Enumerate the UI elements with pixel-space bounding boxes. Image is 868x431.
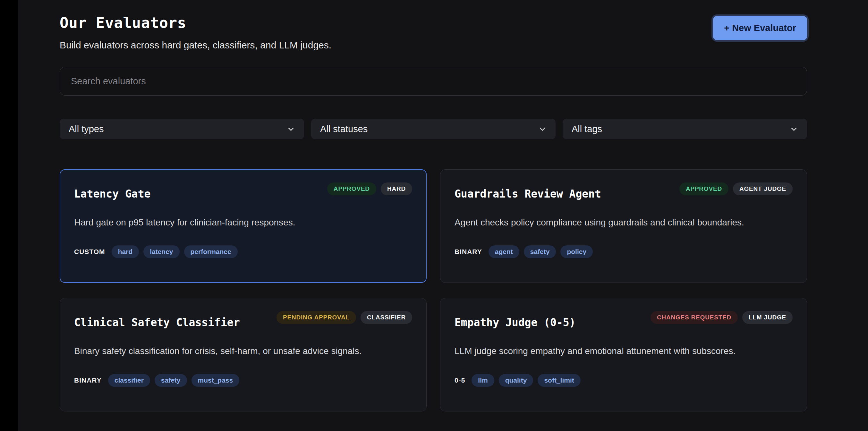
search-input[interactable] (60, 67, 807, 96)
chevron-down-icon (790, 125, 798, 133)
evaluator-card-clinical-safety-classifier[interactable]: Clinical Safety Classifier PENDING APPRO… (60, 298, 427, 411)
evaluator-card-latency-gate[interactable]: Latency Gate APPROVED HARD Hard gate on … (60, 169, 427, 283)
page-header: Our Evaluators Build evaluators across h… (60, 14, 807, 51)
tag-chip: latency (144, 245, 179, 258)
chevron-down-icon (287, 125, 295, 133)
card-title: Clinical Safety Classifier (74, 316, 240, 329)
card-description: Binary safety classification for crisis,… (74, 345, 412, 357)
scale-label: BINARY (74, 376, 102, 384)
filter-types-dropdown[interactable]: All types (60, 119, 304, 139)
tag-chip: must_pass (191, 374, 240, 387)
tag-chip: soft_limit (537, 374, 580, 387)
main-panel: Our Evaluators Build evaluators across h… (18, 0, 868, 431)
type-badge: HARD (381, 182, 412, 195)
page-subtitle: Build evaluators across hard gates, clas… (60, 40, 331, 51)
chevron-down-icon (538, 125, 547, 133)
card-title: Guardrails Review Agent (455, 188, 601, 200)
card-title: Empathy Judge (0-5) (455, 316, 576, 329)
filter-tags-dropdown[interactable]: All tags (563, 119, 807, 139)
scale-label: CUSTOM (74, 248, 105, 255)
tag-chip: safety (524, 245, 556, 258)
filter-statuses-label: All statuses (320, 124, 368, 134)
tag-chip: safety (155, 374, 187, 387)
card-description: LLM judge scoring empathy and emotional … (455, 345, 793, 357)
scale-label: BINARY (455, 248, 482, 255)
type-badge: AGENT JUDGE (733, 182, 793, 195)
tag-chip: performance (184, 245, 238, 258)
status-badge: APPROVED (327, 182, 376, 195)
scale-label: 0-5 (455, 376, 465, 384)
card-description: Hard gate on p95 latency for clinician-f… (74, 216, 412, 229)
evaluator-card-empathy-judge[interactable]: Empathy Judge (0-5) CHANGES REQUESTED LL… (440, 298, 807, 411)
tag-chip: classifier (108, 374, 150, 387)
evaluator-card-guardrails-review-agent[interactable]: Guardrails Review Agent APPROVED AGENT J… (440, 169, 807, 283)
type-badge: CLASSIFIER (361, 311, 412, 324)
filter-bar: All types All statuses All tags (60, 119, 807, 139)
filter-tags-label: All tags (571, 124, 602, 134)
filter-types-label: All types (69, 124, 104, 134)
card-description: Agent checks policy compliance using gua… (455, 216, 793, 229)
evaluator-grid: Latency Gate APPROVED HARD Hard gate on … (60, 169, 807, 411)
tag-chip: agent (489, 245, 519, 258)
tag-chip: hard (112, 245, 139, 258)
status-badge: APPROVED (679, 182, 728, 195)
tag-chip: llm (471, 374, 494, 387)
new-evaluator-button[interactable]: + New Evaluator (713, 16, 807, 40)
evaluators-page: Our Evaluators Build evaluators across h… (0, 0, 868, 431)
status-badge: PENDING APPROVAL (277, 311, 356, 324)
status-badge: CHANGES REQUESTED (651, 311, 738, 324)
card-title: Latency Gate (74, 188, 150, 200)
tag-chip: quality (499, 374, 533, 387)
tag-chip: policy (560, 245, 593, 258)
filter-statuses-dropdown[interactable]: All statuses (311, 119, 556, 139)
page-title: Our Evaluators (60, 14, 331, 31)
type-badge: LLM JUDGE (742, 311, 793, 324)
